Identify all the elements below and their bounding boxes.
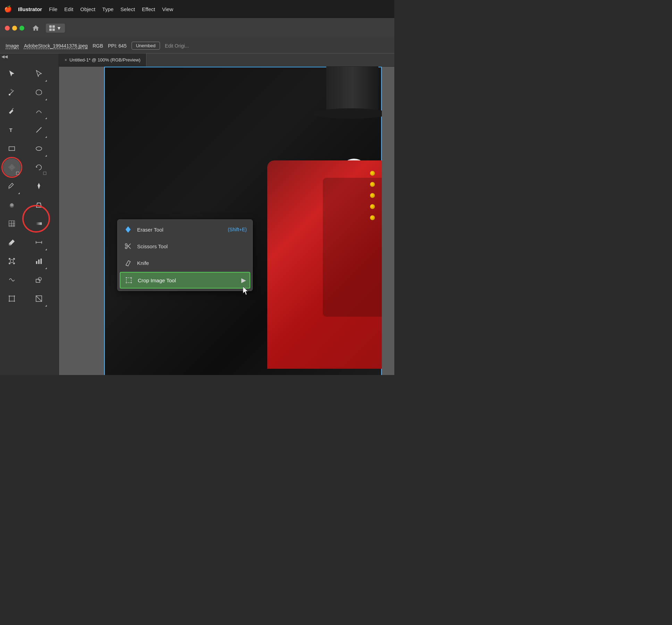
svg-rect-25 <box>9 221 15 227</box>
slice-tool[interactable] <box>30 290 48 308</box>
hat-top <box>326 67 378 115</box>
menu-effect[interactable]: Effect <box>138 5 159 14</box>
pin-tool[interactable] <box>30 177 48 195</box>
flyout-scissors-tool[interactable]: Scissors Tool <box>118 238 252 255</box>
text-tool[interactable]: T <box>3 121 21 139</box>
edit-original[interactable]: Edit Origi... <box>165 43 189 49</box>
jacket-buttons <box>370 171 375 220</box>
color-mode: RGB <box>93 43 103 49</box>
unembed-button[interactable]: Unembed <box>132 42 160 50</box>
svg-point-39 <box>14 263 15 264</box>
svg-line-0 <box>10 91 14 94</box>
canvas-wrapper: × Untitled-1* @ 100% (RGB/Preview) <box>59 53 394 375</box>
main-area: ◀◀ <box>0 53 394 375</box>
panel-collapse-button[interactable]: ◀◀ <box>1 54 8 59</box>
svg-line-22 <box>40 203 41 208</box>
blur-tool[interactable] <box>3 196 21 214</box>
tools-panel: ◀◀ <box>0 53 59 375</box>
jacket-button <box>370 182 375 187</box>
svg-line-3 <box>12 90 12 91</box>
eyedropper-tool[interactable] <box>3 233 21 251</box>
warp-tool[interactable] <box>3 271 21 289</box>
selection-tool[interactable] <box>3 65 21 83</box>
svg-line-21 <box>36 203 37 208</box>
menu-bar: 🍎 Illustrator File Edit Object Type Sele… <box>0 0 394 18</box>
tab-close-icon[interactable]: × <box>65 58 67 62</box>
svg-point-19 <box>10 203 13 206</box>
svg-marker-55 <box>126 226 131 233</box>
svg-point-37 <box>14 258 15 260</box>
menu-object[interactable]: Object <box>77 5 99 14</box>
rotate-tool[interactable] <box>30 158 48 176</box>
jacket-button <box>370 171 375 176</box>
gradient-tool[interactable] <box>30 215 48 233</box>
lasso-tool[interactable] <box>30 83 48 101</box>
direct-selection-tool[interactable] <box>30 65 48 83</box>
home-button[interactable] <box>31 23 41 33</box>
svg-line-6 <box>36 127 41 133</box>
close-button[interactable] <box>5 26 10 31</box>
document-tab[interactable]: × Untitled-1* @ 100% (RGB/Preview) <box>59 53 146 66</box>
jacket <box>267 160 382 369</box>
symbol-tool[interactable] <box>3 252 21 270</box>
magic-wand-tool[interactable] <box>3 83 21 101</box>
svg-rect-30 <box>36 222 42 225</box>
svg-rect-40 <box>36 261 37 264</box>
image-label: Image <box>6 43 19 49</box>
svg-line-4 <box>12 108 14 110</box>
svg-rect-42 <box>40 259 42 264</box>
flyout-menu: Eraser Tool (Shift+E) Scissors Tool <box>117 219 253 291</box>
curvature-tool[interactable] <box>30 102 48 120</box>
crop-label: Crop Image Tool <box>138 277 230 283</box>
svg-rect-43 <box>36 279 40 282</box>
workspace-switcher[interactable]: ▼ <box>46 24 65 33</box>
grid-icon <box>49 25 55 31</box>
svg-text:T: T <box>9 127 12 133</box>
eraser-crop-tool[interactable] <box>3 158 21 176</box>
pencil-tool[interactable] <box>3 177 21 195</box>
jacket-button <box>370 204 375 209</box>
toolbar: ▼ <box>0 18 394 38</box>
flyout-crop-image-tool[interactable]: Crop Image Tool ▶ <box>120 272 250 289</box>
svg-rect-45 <box>9 296 15 301</box>
svg-rect-61 <box>126 278 131 283</box>
ellipse-tool[interactable] <box>30 140 48 158</box>
svg-rect-11 <box>16 172 19 175</box>
line-tool[interactable] <box>30 121 48 139</box>
mesh-tool[interactable] <box>3 215 21 233</box>
jacket-button <box>370 193 375 198</box>
svg-point-35 <box>10 259 13 262</box>
artboard-tool[interactable] <box>3 290 21 308</box>
minimize-button[interactable] <box>12 26 17 31</box>
menu-edit[interactable]: Edit <box>61 5 77 14</box>
measure-tool[interactable] <box>30 233 48 251</box>
info-bar: Image AdobeStock_199441376.jpeg RGB PPI:… <box>0 38 394 53</box>
maximize-button[interactable] <box>19 26 24 31</box>
menu-type[interactable]: Type <box>99 5 117 14</box>
graph-tool[interactable] <box>30 252 48 270</box>
jacket-button <box>370 215 375 220</box>
menu-file[interactable]: File <box>45 5 61 14</box>
shape-builder-tool[interactable] <box>30 271 48 289</box>
circus-figure <box>257 108 382 372</box>
tools-grid: T <box>0 55 59 310</box>
svg-point-1 <box>9 94 10 95</box>
svg-point-36 <box>9 258 10 260</box>
scissors-label: Scissors Tool <box>137 243 247 249</box>
svg-point-31 <box>9 244 11 245</box>
flyout-eraser-tool[interactable]: Eraser Tool (Shift+E) <box>118 221 252 238</box>
svg-point-8 <box>36 147 42 151</box>
tab-title: Untitled-1* @ 100% (RGB/Preview) <box>69 57 141 62</box>
flyout-knife-tool[interactable]: Knife <box>118 255 252 271</box>
canvas-area[interactable]: Eraser Tool (Shift+E) Scissors Tool <box>59 67 394 375</box>
rectangle-tool[interactable] <box>3 140 21 158</box>
eraser-shortcut: (Shift+E) <box>228 227 247 232</box>
menu-view[interactable]: View <box>159 5 177 14</box>
perspective-tool[interactable] <box>30 196 48 214</box>
filename: AdobeStock_199441376.jpeg <box>24 43 88 49</box>
eraser-icon <box>123 225 133 234</box>
pen-tool[interactable] <box>3 102 21 120</box>
menu-illustrator[interactable]: Illustrator <box>15 5 45 14</box>
menu-select[interactable]: Select <box>117 5 138 14</box>
tab-bar: × Untitled-1* @ 100% (RGB/Preview) <box>59 53 394 67</box>
